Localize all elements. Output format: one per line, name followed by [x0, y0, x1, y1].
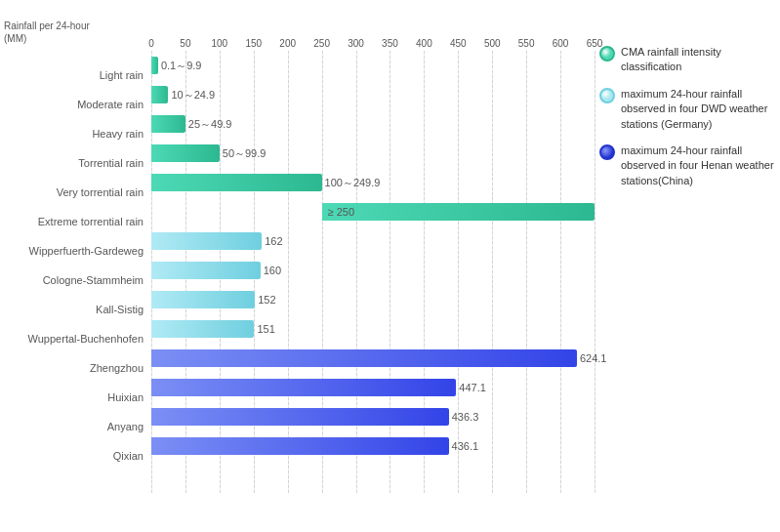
- legend-text-dwd: maximum 24-hour rainfall observed in fou…: [621, 87, 775, 132]
- legend-item-dwd: maximum 24-hour rainfall observed in fou…: [599, 87, 775, 132]
- bar-value-label-9: 151: [257, 323, 274, 335]
- bar-row-3: 50～99.9: [151, 139, 595, 168]
- bar-row-5: ≥ 250: [151, 197, 595, 226]
- x-tick-50: 50: [180, 38, 190, 49]
- x-tick-350: 350: [382, 38, 398, 49]
- y-label-0: Light rain: [0, 61, 151, 90]
- bar-value-label-13: 436.1: [452, 440, 479, 452]
- x-axis-title-line1: Rainfall per 24-hour: [4, 20, 90, 31]
- y-label-8: Kall-Sistig: [0, 295, 151, 324]
- bar-row-7: 160: [151, 256, 595, 285]
- bar-10: 624.1: [151, 349, 577, 367]
- bar-4: 100～249.9: [151, 174, 322, 191]
- y-label-11: Huixian: [0, 383, 151, 412]
- y-label-1: Moderate rain: [0, 90, 151, 119]
- x-tick-450: 450: [450, 38, 467, 49]
- y-label-13: Qixian: [0, 441, 151, 471]
- y-label-4: Very torrential rain: [0, 178, 151, 207]
- legend-item-henan: maximum 24-hour rainfall observed in fou…: [599, 143, 775, 188]
- legend-text-cma: CMA rainfall intensity classification: [621, 45, 775, 75]
- x-ticks-container: 050100150200250300350400450500550600650: [151, 16, 595, 51]
- bar-value-label-0: 0.1～9.9: [161, 59, 202, 73]
- bar-value-label-4: 100～249.9: [325, 176, 381, 190]
- x-tick-150: 150: [245, 38, 262, 49]
- bar-1: 10～24.9: [151, 86, 168, 103]
- bar-3: 50～99.9: [151, 144, 220, 162]
- y-label-6: Wipperfuerth-Gardeweg: [0, 236, 151, 266]
- x-tick-600: 600: [553, 38, 569, 49]
- legend-item-cma: CMA rainfall intensity classification: [599, 45, 775, 75]
- bar-value-label-10: 624.1: [580, 352, 607, 364]
- bar-value-label-3: 50～99.9: [223, 146, 267, 161]
- chart-container: Rainfall per 24-hour (MM) Light rainMode…: [0, 0, 780, 532]
- y-label-12: Anyang: [0, 412, 151, 441]
- bar-value-label-7: 160: [264, 265, 281, 276]
- x-axis-title-line2: (MM): [4, 33, 26, 44]
- bar-row-8: 152: [151, 285, 595, 314]
- x-tick-200: 200: [279, 38, 296, 49]
- bar-11: 447.1: [151, 379, 456, 396]
- bars-area: 0.1～9.910～24.925～49.950～99.9100～249.9≥ 2…: [151, 51, 595, 493]
- x-tick-250: 250: [313, 38, 330, 49]
- bar-value-label-8: 152: [258, 294, 275, 306]
- bar-6: 162: [151, 232, 262, 250]
- bar-row-9: 151: [151, 314, 595, 344]
- bar-row-1: 10～24.9: [151, 80, 595, 109]
- bar-row-0: 0.1～9.9: [151, 51, 595, 80]
- bar-2: 25～49.9: [151, 115, 185, 133]
- bar-value-label-2: 25～49.9: [188, 117, 232, 132]
- bar-value-label-6: 162: [265, 235, 282, 247]
- x-tick-100: 100: [212, 38, 228, 49]
- x-tick-300: 300: [348, 38, 364, 49]
- legend-container: CMA rainfall intensity classificationmax…: [599, 45, 775, 200]
- x-tick-400: 400: [416, 38, 432, 49]
- bar-row-13: 436.1: [151, 431, 595, 461]
- legend-dot-cma: [599, 46, 615, 61]
- y-label-2: Heavy rain: [0, 119, 151, 148]
- bar-value-label-1: 10～24.9: [171, 88, 215, 102]
- y-label-3: Torrential rain: [0, 148, 151, 178]
- bar-9: 151: [151, 320, 254, 338]
- bar-row-2: 25～49.9: [151, 109, 595, 139]
- bar-label-extreme: ≥ 250: [328, 206, 354, 218]
- grid-line-650: [595, 51, 595, 493]
- bar-13: 436.1: [151, 437, 449, 455]
- x-tick-500: 500: [484, 38, 501, 49]
- y-label-10: Zhengzhou: [0, 353, 151, 383]
- bar-8: 152: [151, 291, 255, 308]
- legend-dot-dwd: [599, 88, 615, 103]
- bar-row-12: 436.3: [151, 402, 595, 431]
- y-label-5: Extreme torrential rain: [0, 207, 151, 236]
- bar-value-label-11: 447.1: [459, 382, 486, 393]
- bar-7: 160: [151, 262, 261, 279]
- bar-row-11: 447.1: [151, 373, 595, 402]
- x-tick-0: 0: [148, 38, 154, 49]
- bar-extreme: ≥ 250: [322, 203, 595, 221]
- bar-row-10: 624.1: [151, 344, 595, 373]
- x-tick-550: 550: [518, 38, 535, 49]
- legend-text-henan: maximum 24-hour rainfall observed in fou…: [621, 143, 775, 188]
- y-label-7: Cologne-Stammheim: [0, 266, 151, 295]
- bar-value-label-12: 436.3: [452, 411, 479, 423]
- bars-grid-area: 0.1～9.910～24.925～49.950～99.9100～249.9≥ 2…: [151, 51, 595, 493]
- y-label-9: Wuppertal-Buchenhofen: [0, 324, 151, 353]
- legend-dot-henan: [599, 144, 615, 160]
- bar-row-4: 100～249.9: [151, 168, 595, 197]
- main-chart-area: 050100150200250300350400450500550600650 …: [151, 16, 780, 493]
- bar-row-6: 162: [151, 226, 595, 256]
- bar-12: 436.3: [151, 408, 449, 426]
- bar-0: 0.1～9.9: [151, 57, 158, 74]
- y-labels-container: Light rainModerate rainHeavy rainTorrent…: [0, 61, 151, 471]
